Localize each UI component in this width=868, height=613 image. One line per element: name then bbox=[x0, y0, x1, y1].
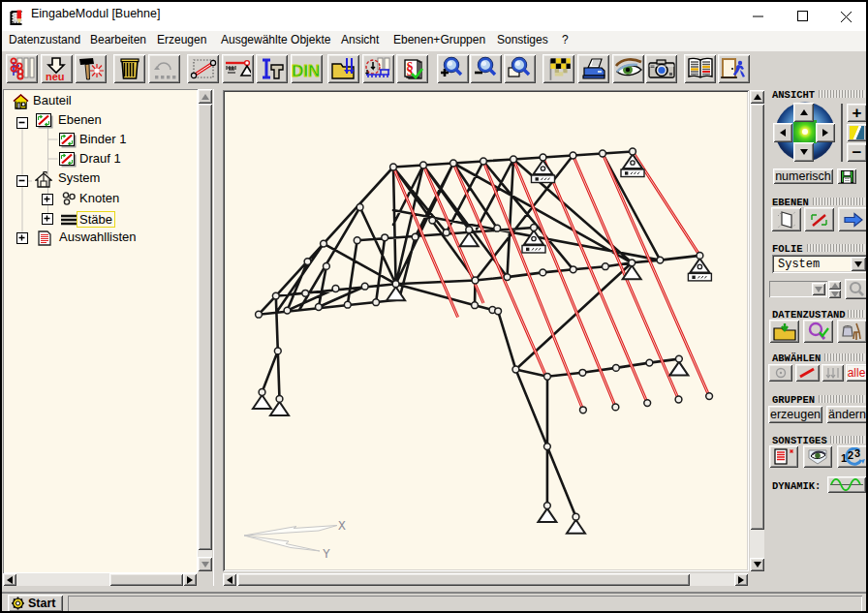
svg-text:X: X bbox=[338, 519, 346, 534]
svg-text:1: 1 bbox=[841, 452, 847, 464]
svg-text:Y: Y bbox=[323, 547, 330, 562]
svg-text:3: 3 bbox=[854, 447, 860, 459]
svg-text:neu: neu bbox=[46, 71, 65, 81]
svg-text:2: 2 bbox=[848, 449, 853, 461]
svg-text:DIN: DIN bbox=[292, 62, 320, 80]
